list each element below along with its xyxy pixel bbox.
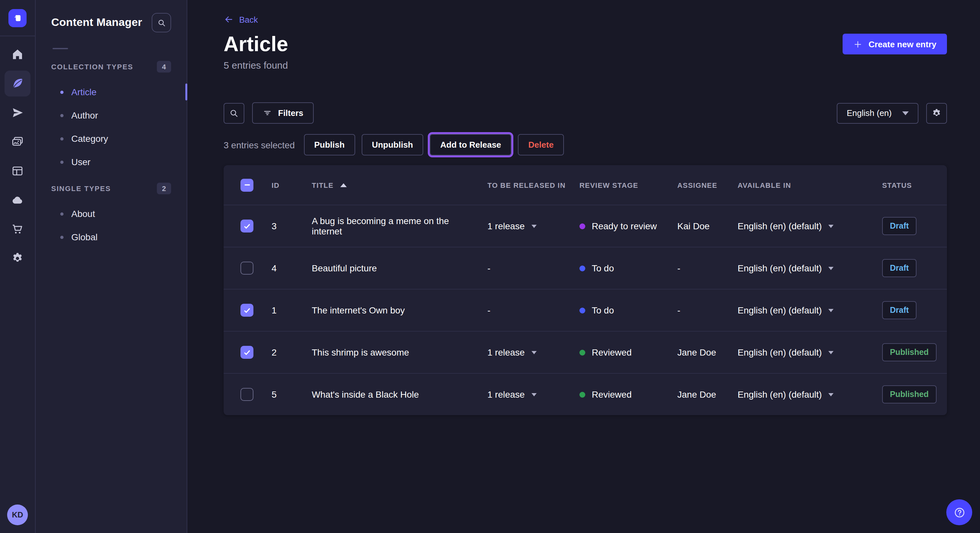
sidebar-item-article[interactable]: Article bbox=[51, 80, 171, 104]
help-button[interactable] bbox=[946, 499, 972, 525]
cell-assignee: - bbox=[664, 263, 725, 273]
delete-label: Delete bbox=[528, 140, 554, 150]
release-value: 1 release bbox=[487, 221, 525, 231]
cell-review-stage: Reviewed bbox=[566, 389, 664, 400]
cell-to-be-released[interactable]: - bbox=[474, 305, 566, 316]
row-checkbox[interactable] bbox=[240, 346, 253, 359]
bullet-icon bbox=[60, 114, 64, 117]
stage-dot bbox=[579, 349, 585, 355]
sidebar-item-author[interactable]: Author bbox=[51, 104, 171, 127]
stage-label: Reviewed bbox=[592, 347, 632, 357]
cell-to-be-released[interactable]: 1 release bbox=[474, 389, 566, 400]
create-entry-button[interactable]: Create new entry bbox=[843, 34, 947, 54]
sidebar-item-user[interactable]: User bbox=[51, 150, 171, 174]
cell-status: Published bbox=[869, 385, 936, 403]
nav-content-type-builder[interactable] bbox=[5, 158, 30, 184]
bullet-icon bbox=[60, 235, 64, 239]
cell-available-in[interactable]: English (en) (default) bbox=[725, 263, 869, 273]
sidebar-item-about[interactable]: About bbox=[51, 202, 171, 225]
table-header-row: ID TITLE TO BE RELEASED IN REVIEW STAGE … bbox=[224, 165, 947, 205]
row-checkbox[interactable] bbox=[240, 262, 253, 274]
nav-settings[interactable] bbox=[5, 246, 30, 271]
cell-to-be-released[interactable]: - bbox=[474, 263, 566, 273]
back-link[interactable]: Back bbox=[224, 14, 258, 25]
table-row[interactable]: 5 What's inside a Black Hole 1 release R… bbox=[224, 373, 947, 415]
add-to-release-button[interactable]: Add to Release bbox=[430, 134, 511, 155]
row-checkbox[interactable] bbox=[240, 304, 253, 317]
select-all-checkbox[interactable] bbox=[240, 178, 253, 191]
locale-select[interactable]: English (en) bbox=[837, 103, 918, 124]
create-entry-label: Create new entry bbox=[869, 39, 937, 49]
nav-releases[interactable] bbox=[5, 100, 30, 125]
header-title-sort[interactable]: TITLE bbox=[299, 181, 474, 189]
indeterminate-icon bbox=[243, 181, 251, 189]
paper-plane-icon bbox=[11, 106, 24, 119]
entries-count: 5 entries found bbox=[224, 58, 288, 73]
sidebar-item-label: Category bbox=[71, 133, 108, 144]
divider bbox=[52, 48, 68, 49]
publish-label: Publish bbox=[314, 140, 345, 150]
delete-button[interactable]: Delete bbox=[518, 134, 564, 155]
app-window: KD Content Manager COLLECTION TYPES 4 Ar… bbox=[0, 0, 980, 533]
row-checkbox[interactable] bbox=[240, 219, 253, 233]
cell-review-stage: To do bbox=[566, 305, 664, 316]
header-status: STATUS bbox=[869, 181, 936, 189]
add-to-release-label: Add to Release bbox=[440, 140, 501, 150]
nav-home[interactable] bbox=[5, 41, 30, 67]
cell-available-in[interactable]: English (en) (default) bbox=[725, 221, 869, 231]
table-row[interactable]: 3 A bug is becoming a meme on the intern… bbox=[224, 205, 947, 247]
filters-button[interactable]: Filters bbox=[252, 102, 314, 124]
cell-to-be-released[interactable]: 1 release bbox=[474, 221, 566, 231]
cell-available-in[interactable]: English (en) (default) bbox=[725, 389, 869, 400]
status-badge: Draft bbox=[882, 259, 916, 277]
sidebar-item-category[interactable]: Category bbox=[51, 127, 171, 150]
sidebar-item-label: Author bbox=[71, 110, 98, 121]
cell-id: 3 bbox=[262, 221, 299, 231]
arrow-left-icon bbox=[224, 14, 234, 25]
chevron-down-icon bbox=[828, 393, 834, 396]
filter-icon bbox=[262, 108, 272, 118]
unpublish-label: Unpublish bbox=[372, 140, 413, 150]
stage-dot bbox=[579, 223, 585, 229]
nav-cloud[interactable] bbox=[5, 187, 30, 213]
user-avatar[interactable]: KD bbox=[7, 504, 28, 525]
stage-label: Ready to review bbox=[592, 221, 657, 231]
cell-review-stage: Reviewed bbox=[566, 347, 664, 357]
chevron-down-icon bbox=[531, 224, 536, 228]
stage-label: To do bbox=[592, 263, 614, 273]
toolbar: Filters English (en) bbox=[224, 102, 947, 124]
view-settings-button[interactable] bbox=[926, 103, 947, 124]
publish-button[interactable]: Publish bbox=[304, 134, 355, 155]
header-id: ID bbox=[262, 181, 299, 189]
cell-available-in[interactable]: English (en) (default) bbox=[725, 347, 869, 357]
table-row[interactable]: 4 Beautiful picture - To do - English (e… bbox=[224, 247, 947, 289]
nav-marketplace[interactable] bbox=[5, 216, 30, 242]
entries-table: ID TITLE TO BE RELEASED IN REVIEW STAGE … bbox=[224, 165, 947, 415]
cell-available-in[interactable]: English (en) (default) bbox=[725, 305, 869, 316]
status-badge: Published bbox=[882, 385, 936, 403]
strapi-logo[interactable] bbox=[8, 9, 27, 27]
sidebar-item-label: User bbox=[71, 157, 91, 167]
cell-title: The internet's Own boy bbox=[299, 305, 474, 316]
sidebar-item-global[interactable]: Global bbox=[51, 225, 171, 249]
cell-status: Draft bbox=[869, 301, 936, 319]
row-checkbox[interactable] bbox=[240, 388, 253, 401]
stage-dot bbox=[579, 392, 585, 397]
nav-media-library[interactable] bbox=[5, 129, 30, 155]
count-badge: 2 bbox=[157, 182, 171, 194]
status-badge: Draft bbox=[882, 217, 916, 235]
header-available-in: AVAILABLE IN bbox=[725, 181, 869, 189]
search-button[interactable] bbox=[224, 103, 244, 124]
layout-icon bbox=[11, 165, 24, 178]
sidebar-title: Content Manager bbox=[51, 16, 142, 29]
table-row[interactable]: 2 This shrimp is awesome 1 release Revie… bbox=[224, 331, 947, 373]
unpublish-button[interactable]: Unpublish bbox=[361, 134, 423, 155]
nav-rail-icons bbox=[0, 36, 35, 271]
sidebar-search-button[interactable] bbox=[152, 13, 171, 32]
nav-content-manager[interactable] bbox=[5, 71, 30, 97]
cell-to-be-released[interactable]: 1 release bbox=[474, 347, 566, 357]
cloud-icon bbox=[11, 194, 24, 206]
cell-id: 5 bbox=[262, 389, 299, 400]
table-row[interactable]: 1 The internet's Own boy - To do - Engli… bbox=[224, 289, 947, 331]
cell-status: Published bbox=[869, 343, 936, 362]
